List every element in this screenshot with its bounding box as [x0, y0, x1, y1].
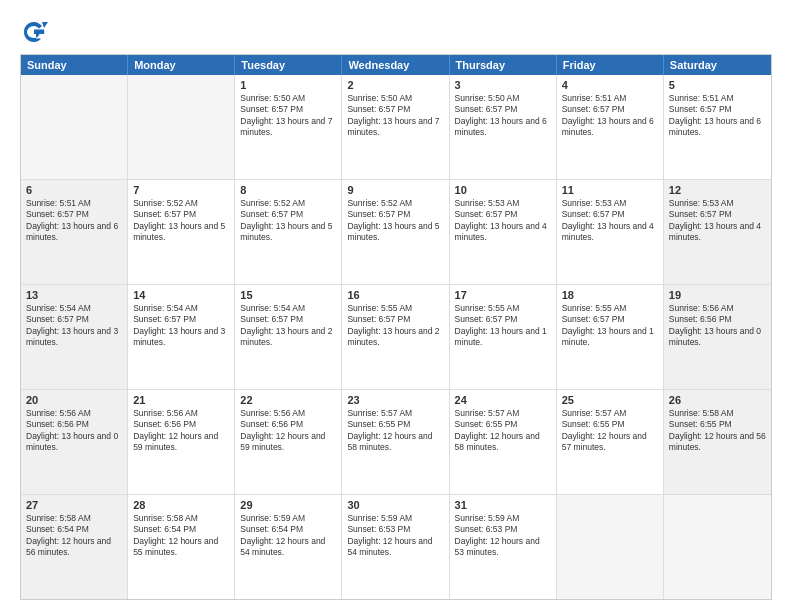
page: SundayMondayTuesdayWednesdayThursdayFrid… [0, 0, 792, 612]
day-detail: Sunrise: 5:59 AMSunset: 6:53 PMDaylight:… [347, 513, 443, 559]
calendar-cell: 19Sunrise: 5:56 AMSunset: 6:56 PMDayligh… [664, 285, 771, 389]
calendar-cell: 12Sunrise: 5:53 AMSunset: 6:57 PMDayligh… [664, 180, 771, 284]
day-detail: Sunrise: 5:56 AMSunset: 6:56 PMDaylight:… [26, 408, 122, 454]
calendar-cell [557, 495, 664, 599]
day-of-week-monday: Monday [128, 55, 235, 75]
calendar-cell: 26Sunrise: 5:58 AMSunset: 6:55 PMDayligh… [664, 390, 771, 494]
calendar-cell: 18Sunrise: 5:55 AMSunset: 6:57 PMDayligh… [557, 285, 664, 389]
day-number: 30 [347, 499, 443, 511]
calendar-header: SundayMondayTuesdayWednesdayThursdayFrid… [21, 55, 771, 75]
day-number: 8 [240, 184, 336, 196]
day-detail: Sunrise: 5:54 AMSunset: 6:57 PMDaylight:… [240, 303, 336, 349]
day-detail: Sunrise: 5:56 AMSunset: 6:56 PMDaylight:… [133, 408, 229, 454]
day-detail: Sunrise: 5:51 AMSunset: 6:57 PMDaylight:… [26, 198, 122, 244]
day-detail: Sunrise: 5:58 AMSunset: 6:55 PMDaylight:… [669, 408, 766, 454]
logo-icon [20, 18, 48, 46]
day-of-week-saturday: Saturday [664, 55, 771, 75]
calendar-cell: 14Sunrise: 5:54 AMSunset: 6:57 PMDayligh… [128, 285, 235, 389]
day-detail: Sunrise: 5:52 AMSunset: 6:57 PMDaylight:… [347, 198, 443, 244]
day-of-week-tuesday: Tuesday [235, 55, 342, 75]
day-detail: Sunrise: 5:57 AMSunset: 6:55 PMDaylight:… [455, 408, 551, 454]
day-detail: Sunrise: 5:55 AMSunset: 6:57 PMDaylight:… [347, 303, 443, 349]
calendar-cell: 17Sunrise: 5:55 AMSunset: 6:57 PMDayligh… [450, 285, 557, 389]
day-number: 20 [26, 394, 122, 406]
day-number: 4 [562, 79, 658, 91]
calendar-row-2: 6Sunrise: 5:51 AMSunset: 6:57 PMDaylight… [21, 179, 771, 284]
day-number: 13 [26, 289, 122, 301]
day-number: 21 [133, 394, 229, 406]
day-detail: Sunrise: 5:59 AMSunset: 6:53 PMDaylight:… [455, 513, 551, 559]
day-detail: Sunrise: 5:58 AMSunset: 6:54 PMDaylight:… [26, 513, 122, 559]
day-detail: Sunrise: 5:52 AMSunset: 6:57 PMDaylight:… [240, 198, 336, 244]
day-number: 3 [455, 79, 551, 91]
day-number: 27 [26, 499, 122, 511]
calendar-cell: 1Sunrise: 5:50 AMSunset: 6:57 PMDaylight… [235, 75, 342, 179]
calendar-cell [128, 75, 235, 179]
day-number: 16 [347, 289, 443, 301]
calendar-cell: 2Sunrise: 5:50 AMSunset: 6:57 PMDaylight… [342, 75, 449, 179]
day-detail: Sunrise: 5:53 AMSunset: 6:57 PMDaylight:… [455, 198, 551, 244]
day-detail: Sunrise: 5:55 AMSunset: 6:57 PMDaylight:… [562, 303, 658, 349]
day-number: 10 [455, 184, 551, 196]
calendar-cell: 30Sunrise: 5:59 AMSunset: 6:53 PMDayligh… [342, 495, 449, 599]
calendar-cell [21, 75, 128, 179]
day-detail: Sunrise: 5:50 AMSunset: 6:57 PMDaylight:… [240, 93, 336, 139]
day-detail: Sunrise: 5:51 AMSunset: 6:57 PMDaylight:… [562, 93, 658, 139]
calendar-cell: 20Sunrise: 5:56 AMSunset: 6:56 PMDayligh… [21, 390, 128, 494]
calendar-body: 1Sunrise: 5:50 AMSunset: 6:57 PMDaylight… [21, 75, 771, 599]
day-number: 26 [669, 394, 766, 406]
day-detail: Sunrise: 5:54 AMSunset: 6:57 PMDaylight:… [133, 303, 229, 349]
day-number: 23 [347, 394, 443, 406]
calendar-cell: 16Sunrise: 5:55 AMSunset: 6:57 PMDayligh… [342, 285, 449, 389]
calendar-cell: 6Sunrise: 5:51 AMSunset: 6:57 PMDaylight… [21, 180, 128, 284]
day-number: 22 [240, 394, 336, 406]
day-detail: Sunrise: 5:59 AMSunset: 6:54 PMDaylight:… [240, 513, 336, 559]
day-detail: Sunrise: 5:55 AMSunset: 6:57 PMDaylight:… [455, 303, 551, 349]
calendar-cell: 22Sunrise: 5:56 AMSunset: 6:56 PMDayligh… [235, 390, 342, 494]
calendar-cell: 25Sunrise: 5:57 AMSunset: 6:55 PMDayligh… [557, 390, 664, 494]
day-number: 28 [133, 499, 229, 511]
calendar-cell [664, 495, 771, 599]
calendar-cell: 8Sunrise: 5:52 AMSunset: 6:57 PMDaylight… [235, 180, 342, 284]
calendar-cell: 3Sunrise: 5:50 AMSunset: 6:57 PMDaylight… [450, 75, 557, 179]
header [20, 18, 772, 46]
day-of-week-thursday: Thursday [450, 55, 557, 75]
day-detail: Sunrise: 5:50 AMSunset: 6:57 PMDaylight:… [455, 93, 551, 139]
day-number: 18 [562, 289, 658, 301]
day-number: 7 [133, 184, 229, 196]
day-number: 31 [455, 499, 551, 511]
day-detail: Sunrise: 5:53 AMSunset: 6:57 PMDaylight:… [562, 198, 658, 244]
day-detail: Sunrise: 5:57 AMSunset: 6:55 PMDaylight:… [562, 408, 658, 454]
day-detail: Sunrise: 5:56 AMSunset: 6:56 PMDaylight:… [669, 303, 766, 349]
day-detail: Sunrise: 5:50 AMSunset: 6:57 PMDaylight:… [347, 93, 443, 139]
day-detail: Sunrise: 5:57 AMSunset: 6:55 PMDaylight:… [347, 408, 443, 454]
calendar-cell: 23Sunrise: 5:57 AMSunset: 6:55 PMDayligh… [342, 390, 449, 494]
day-number: 14 [133, 289, 229, 301]
day-detail: Sunrise: 5:54 AMSunset: 6:57 PMDaylight:… [26, 303, 122, 349]
day-number: 1 [240, 79, 336, 91]
day-number: 29 [240, 499, 336, 511]
day-number: 17 [455, 289, 551, 301]
calendar-cell: 31Sunrise: 5:59 AMSunset: 6:53 PMDayligh… [450, 495, 557, 599]
calendar-cell: 7Sunrise: 5:52 AMSunset: 6:57 PMDaylight… [128, 180, 235, 284]
day-of-week-friday: Friday [557, 55, 664, 75]
day-number: 25 [562, 394, 658, 406]
calendar-row-1: 1Sunrise: 5:50 AMSunset: 6:57 PMDaylight… [21, 75, 771, 179]
calendar-cell: 29Sunrise: 5:59 AMSunset: 6:54 PMDayligh… [235, 495, 342, 599]
day-number: 5 [669, 79, 766, 91]
day-number: 6 [26, 184, 122, 196]
calendar-cell: 13Sunrise: 5:54 AMSunset: 6:57 PMDayligh… [21, 285, 128, 389]
day-detail: Sunrise: 5:56 AMSunset: 6:56 PMDaylight:… [240, 408, 336, 454]
calendar-cell: 4Sunrise: 5:51 AMSunset: 6:57 PMDaylight… [557, 75, 664, 179]
calendar-cell: 9Sunrise: 5:52 AMSunset: 6:57 PMDaylight… [342, 180, 449, 284]
day-number: 2 [347, 79, 443, 91]
day-number: 12 [669, 184, 766, 196]
day-number: 15 [240, 289, 336, 301]
calendar-cell: 5Sunrise: 5:51 AMSunset: 6:57 PMDaylight… [664, 75, 771, 179]
calendar-cell: 27Sunrise: 5:58 AMSunset: 6:54 PMDayligh… [21, 495, 128, 599]
calendar-row-4: 20Sunrise: 5:56 AMSunset: 6:56 PMDayligh… [21, 389, 771, 494]
calendar-cell: 10Sunrise: 5:53 AMSunset: 6:57 PMDayligh… [450, 180, 557, 284]
day-detail: Sunrise: 5:53 AMSunset: 6:57 PMDaylight:… [669, 198, 766, 244]
day-number: 19 [669, 289, 766, 301]
calendar-cell: 24Sunrise: 5:57 AMSunset: 6:55 PMDayligh… [450, 390, 557, 494]
